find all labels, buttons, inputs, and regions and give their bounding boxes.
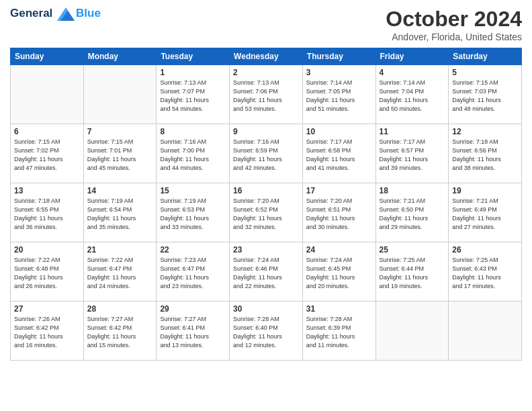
day-number: 19 — [452, 186, 518, 195]
weekday-header: Tuesday — [157, 48, 230, 65]
day-number: 6 — [14, 127, 80, 136]
day-number: 3 — [306, 68, 372, 77]
day-info: Sunrise: 7:21 AM Sunset: 6:50 PM Dayligh… — [380, 197, 445, 232]
day-info: Sunrise: 7:18 AM Sunset: 6:55 PM Dayligh… — [14, 197, 80, 232]
logo-text: General — [10, 7, 75, 21]
page: General Blue October 2024 Andover, Flori… — [0, 0, 532, 411]
weekday-header: Saturday — [449, 48, 522, 65]
day-number: 30 — [233, 304, 299, 314]
day-number: 7 — [87, 127, 153, 136]
day-number: 23 — [233, 245, 299, 255]
calendar-cell: 2Sunrise: 7:13 AM Sunset: 7:06 PM Daylig… — [230, 65, 303, 124]
calendar-cell: 18Sunrise: 7:21 AM Sunset: 6:50 PM Dayli… — [375, 183, 449, 242]
day-info: Sunrise: 7:14 AM Sunset: 7:05 PM Dayligh… — [306, 79, 372, 113]
day-number: 15 — [160, 186, 226, 195]
day-number: 12 — [452, 127, 518, 136]
day-number: 31 — [306, 304, 372, 314]
day-info: Sunrise: 7:19 AM Sunset: 6:54 PM Dayligh… — [87, 197, 153, 232]
day-number: 11 — [380, 127, 445, 136]
weekday-header: Thursday — [302, 48, 375, 65]
day-number: 20 — [14, 245, 80, 255]
day-info: Sunrise: 7:20 AM Sunset: 6:51 PM Dayligh… — [306, 197, 372, 232]
calendar-cell: 24Sunrise: 7:24 AM Sunset: 6:45 PM Dayli… — [302, 242, 375, 302]
day-info: Sunrise: 7:16 AM Sunset: 6:59 PM Dayligh… — [233, 138, 299, 173]
calendar-cell: 28Sunrise: 7:27 AM Sunset: 6:42 PM Dayli… — [83, 302, 157, 361]
calendar-table: SundayMondayTuesdayWednesdayThursdayFrid… — [10, 48, 522, 361]
day-info: Sunrise: 7:22 AM Sunset: 6:47 PM Dayligh… — [87, 256, 153, 291]
day-info: Sunrise: 7:25 AM Sunset: 6:44 PM Dayligh… — [380, 256, 445, 291]
calendar-cell: 7Sunrise: 7:15 AM Sunset: 7:01 PM Daylig… — [83, 124, 157, 183]
day-info: Sunrise: 7:20 AM Sunset: 6:52 PM Dayligh… — [233, 197, 299, 232]
day-info: Sunrise: 7:17 AM Sunset: 6:57 PM Dayligh… — [380, 138, 445, 173]
calendar-cell: 26Sunrise: 7:25 AM Sunset: 6:43 PM Dayli… — [449, 242, 522, 302]
day-number: 28 — [87, 304, 153, 314]
calendar-cell: 16Sunrise: 7:20 AM Sunset: 6:52 PM Dayli… — [230, 183, 303, 242]
day-info: Sunrise: 7:17 AM Sunset: 6:58 PM Dayligh… — [306, 138, 372, 173]
week-row: 6Sunrise: 7:15 AM Sunset: 7:02 PM Daylig… — [11, 124, 522, 183]
calendar-cell: 30Sunrise: 7:28 AM Sunset: 6:40 PM Dayli… — [230, 302, 303, 361]
day-info: Sunrise: 7:15 AM Sunset: 7:03 PM Dayligh… — [452, 79, 518, 113]
calendar-cell: 20Sunrise: 7:22 AM Sunset: 6:48 PM Dayli… — [11, 242, 84, 302]
calendar-cell — [449, 302, 522, 361]
calendar-cell: 9Sunrise: 7:16 AM Sunset: 6:59 PM Daylig… — [230, 124, 303, 183]
day-info: Sunrise: 7:14 AM Sunset: 7:04 PM Dayligh… — [380, 79, 445, 113]
calendar-cell — [375, 302, 449, 361]
day-info: Sunrise: 7:13 AM Sunset: 7:06 PM Dayligh… — [233, 79, 299, 113]
calendar-cell: 31Sunrise: 7:28 AM Sunset: 6:39 PM Dayli… — [302, 302, 375, 361]
day-number: 16 — [233, 186, 299, 195]
logo-area: General Blue — [10, 7, 101, 21]
day-number: 25 — [380, 245, 445, 255]
day-number: 8 — [160, 127, 226, 136]
day-info: Sunrise: 7:23 AM Sunset: 6:47 PM Dayligh… — [160, 256, 226, 291]
calendar-cell: 22Sunrise: 7:23 AM Sunset: 6:47 PM Dayli… — [157, 242, 230, 302]
day-number: 27 — [14, 304, 80, 314]
week-row: 27Sunrise: 7:26 AM Sunset: 6:42 PM Dayli… — [11, 302, 522, 361]
logo-icon — [57, 7, 75, 21]
calendar-cell: 3Sunrise: 7:14 AM Sunset: 7:05 PM Daylig… — [302, 65, 375, 124]
day-info: Sunrise: 7:24 AM Sunset: 6:45 PM Dayligh… — [306, 256, 372, 291]
day-info: Sunrise: 7:24 AM Sunset: 6:46 PM Dayligh… — [233, 256, 299, 291]
day-info: Sunrise: 7:16 AM Sunset: 7:00 PM Dayligh… — [160, 138, 226, 173]
calendar-cell: 1Sunrise: 7:13 AM Sunset: 7:07 PM Daylig… — [157, 65, 230, 124]
day-info: Sunrise: 7:13 AM Sunset: 7:07 PM Dayligh… — [160, 79, 226, 113]
week-row: 20Sunrise: 7:22 AM Sunset: 6:48 PM Dayli… — [11, 242, 522, 302]
calendar-cell: 25Sunrise: 7:25 AM Sunset: 6:44 PM Dayli… — [375, 242, 449, 302]
calendar-cell: 4Sunrise: 7:14 AM Sunset: 7:04 PM Daylig… — [375, 65, 449, 124]
calendar-cell: 21Sunrise: 7:22 AM Sunset: 6:47 PM Dayli… — [83, 242, 157, 302]
day-info: Sunrise: 7:15 AM Sunset: 7:02 PM Dayligh… — [14, 138, 80, 173]
calendar-cell: 8Sunrise: 7:16 AM Sunset: 7:00 PM Daylig… — [157, 124, 230, 183]
month-title: October 2024 — [386, 7, 522, 32]
day-info: Sunrise: 7:26 AM Sunset: 6:42 PM Dayligh… — [14, 315, 80, 350]
title-area: October 2024 Andover, Florida, United St… — [386, 7, 522, 42]
day-number: 1 — [160, 68, 226, 77]
calendar-cell: 12Sunrise: 7:18 AM Sunset: 6:56 PM Dayli… — [449, 124, 522, 183]
day-number: 21 — [87, 245, 153, 255]
header: General Blue October 2024 Andover, Flori… — [10, 7, 522, 42]
calendar-cell: 5Sunrise: 7:15 AM Sunset: 7:03 PM Daylig… — [449, 65, 522, 124]
day-number: 26 — [452, 245, 518, 255]
day-info: Sunrise: 7:28 AM Sunset: 6:39 PM Dayligh… — [306, 315, 372, 350]
day-number: 4 — [380, 68, 445, 77]
calendar-cell: 23Sunrise: 7:24 AM Sunset: 6:46 PM Dayli… — [230, 242, 303, 302]
weekday-header: Monday — [83, 48, 157, 65]
day-info: Sunrise: 7:15 AM Sunset: 7:01 PM Dayligh… — [87, 138, 153, 173]
calendar-cell: 13Sunrise: 7:18 AM Sunset: 6:55 PM Dayli… — [11, 183, 84, 242]
day-number: 2 — [233, 68, 299, 77]
calendar-cell: 27Sunrise: 7:26 AM Sunset: 6:42 PM Dayli… — [11, 302, 84, 361]
calendar-cell: 19Sunrise: 7:21 AM Sunset: 6:49 PM Dayli… — [449, 183, 522, 242]
week-row: 13Sunrise: 7:18 AM Sunset: 6:55 PM Dayli… — [11, 183, 522, 242]
calendar-cell: 17Sunrise: 7:20 AM Sunset: 6:51 PM Dayli… — [302, 183, 375, 242]
day-number: 5 — [452, 68, 518, 77]
day-number: 14 — [87, 186, 153, 195]
day-number: 24 — [306, 245, 372, 255]
calendar-cell: 6Sunrise: 7:15 AM Sunset: 7:02 PM Daylig… — [11, 124, 84, 183]
day-info: Sunrise: 7:21 AM Sunset: 6:49 PM Dayligh… — [452, 197, 518, 232]
calendar-cell: 10Sunrise: 7:17 AM Sunset: 6:58 PM Dayli… — [302, 124, 375, 183]
week-row: 1Sunrise: 7:13 AM Sunset: 7:07 PM Daylig… — [11, 65, 522, 124]
calendar-cell: 15Sunrise: 7:19 AM Sunset: 6:53 PM Dayli… — [157, 183, 230, 242]
day-info: Sunrise: 7:18 AM Sunset: 6:56 PM Dayligh… — [452, 138, 518, 173]
day-info: Sunrise: 7:22 AM Sunset: 6:48 PM Dayligh… — [14, 256, 80, 291]
location: Andover, Florida, United States — [386, 32, 522, 42]
day-info: Sunrise: 7:27 AM Sunset: 6:42 PM Dayligh… — [87, 315, 153, 350]
weekday-header: Wednesday — [230, 48, 303, 65]
